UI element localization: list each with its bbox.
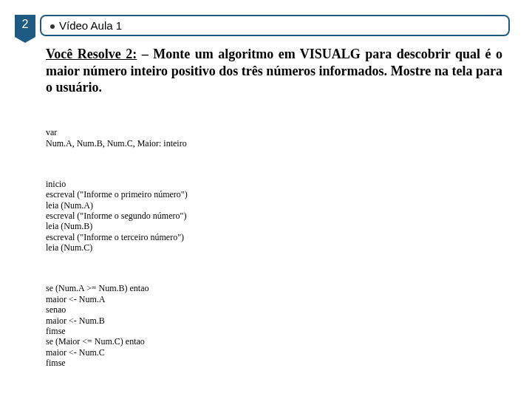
slide-number-badge: 2 xyxy=(15,15,35,37)
slide: 2 Vídeo Aula 1 Você Resolve 2: – Monte u… xyxy=(0,0,532,399)
title-box: Vídeo Aula 1 xyxy=(40,15,510,36)
bullet-icon xyxy=(50,24,55,29)
code-block: var Num.A, Num.B, Num.C, Maior: inteiro … xyxy=(46,106,502,400)
slide-number: 2 xyxy=(22,18,29,30)
problem-lead: Você Resolve 2: xyxy=(46,47,137,61)
code-inicio-section: inicio escreval ("Informe o primeiro núm… xyxy=(46,179,502,253)
content-area: Você Resolve 2: – Monte um algoritmo em … xyxy=(46,46,502,399)
code-var-section: var Num.A, Num.B, Num.C, Maior: inteiro xyxy=(46,127,502,149)
slide-title: Vídeo Aula 1 xyxy=(59,19,122,32)
code-logic-section: se (Num.A >= Num.B) entao maior <- Num.A… xyxy=(46,283,502,368)
header-row: 2 Vídeo Aula 1 xyxy=(15,15,510,37)
problem-statement: Você Resolve 2: – Monte um algoritmo em … xyxy=(46,46,502,96)
